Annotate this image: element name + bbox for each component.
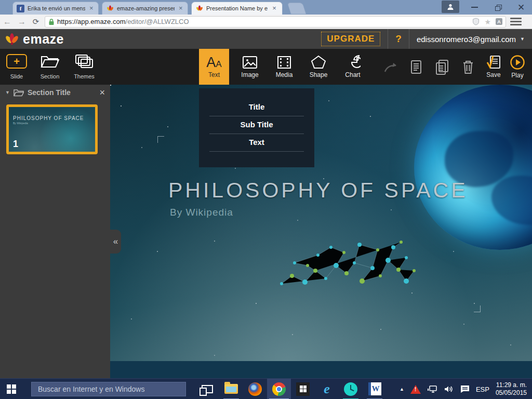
chart-tool-button[interactable]: Chart: [338, 49, 368, 85]
clock-app-button[interactable]: [339, 379, 363, 399]
text-tool-button[interactable]: AA Text: [199, 49, 229, 85]
media-tool-button[interactable]: Media: [269, 49, 299, 85]
browser-profile-icon[interactable]: [442, 1, 459, 13]
network-tray-icon[interactable]: [427, 385, 437, 393]
file-explorer-button[interactable]: [219, 379, 243, 399]
emaze-header: emaze UPGRADE ? edissonromero3@gmail.com…: [0, 29, 532, 49]
word-button[interactable]: W: [363, 379, 387, 399]
translate-icon[interactable]: A: [496, 18, 502, 25]
file-explorer-icon: [224, 384, 238, 394]
pie-chart-icon: [345, 55, 361, 69]
upgrade-button[interactable]: UPGRADE: [321, 32, 380, 46]
selection-corner-top-left: [157, 136, 164, 143]
warning-tray-icon[interactable]: !: [410, 385, 421, 394]
window-close-button[interactable]: ✕: [511, 0, 531, 15]
section-close-icon[interactable]: ×: [99, 87, 105, 98]
image-tool-label: Image: [241, 71, 258, 78]
emaze-favicon: [195, 5, 203, 12]
thumbnail-title: PHILOSOPHY OF SPACE: [13, 115, 95, 121]
add-slide-label: Slide: [10, 73, 23, 79]
action-center-icon[interactable]: [460, 385, 470, 393]
add-slide-button[interactable]: + Slide: [2, 52, 31, 79]
help-button[interactable]: ?: [395, 33, 402, 45]
emaze-logo[interactable]: emaze: [4, 32, 64, 47]
language-indicator[interactable]: ESP: [476, 385, 489, 393]
browser-tab-emaze-home[interactable]: emaze-amazing presentat ×: [102, 2, 188, 15]
themes-label: Themes: [74, 73, 95, 79]
account-menu[interactable]: edissonromero3@gmail.com ▼: [417, 35, 525, 44]
slide-number: 1: [13, 139, 18, 150]
themes-button[interactable]: Themes: [70, 52, 99, 79]
menu-item-title[interactable]: Title: [209, 99, 304, 116]
shape-tool-label: Shape: [310, 71, 328, 78]
taskbar-search[interactable]: [31, 382, 186, 396]
section-collapse-caret-icon[interactable]: ▼: [5, 90, 10, 95]
shape-tool-button[interactable]: Shape: [303, 49, 334, 85]
back-button[interactable]: ←: [0, 17, 15, 26]
browser-tab-facebook[interactable]: f Erika te envió un mensaje ×: [12, 2, 99, 15]
account-email: edissonromero3@gmail.com: [417, 35, 516, 44]
slide-title-text[interactable]: PHILOSOPHY OF SPACE: [168, 178, 468, 203]
search-input[interactable]: [32, 385, 185, 393]
forward-button[interactable]: →: [15, 17, 29, 26]
start-button[interactable]: [0, 379, 23, 399]
chart-tool-label: Chart: [345, 71, 360, 78]
play-label: Play: [511, 72, 523, 79]
bookmark-star-icon[interactable]: ★: [484, 18, 491, 26]
save-button[interactable]: Save: [481, 55, 506, 78]
sidebar-collapse-handle[interactable]: «: [110, 230, 121, 254]
new-tab-button[interactable]: [287, 3, 306, 14]
firefox-button[interactable]: [243, 379, 267, 399]
internet-explorer-button[interactable]: e: [315, 379, 339, 399]
windows-taskbar: e W ▲ ! ESP 11:29 a. m. 05/05/2015: [0, 378, 532, 399]
play-button[interactable]: Play: [506, 55, 529, 79]
slide-subtitle-text[interactable]: By Wikipedia: [170, 207, 233, 218]
tab-close-icon[interactable]: ×: [178, 5, 184, 12]
firefox-icon: [248, 382, 262, 396]
window-minimize-button[interactable]: [465, 0, 484, 15]
task-view-button[interactable]: [195, 379, 219, 399]
url-path: /editor/@ALLWZLCO: [126, 18, 189, 25]
browser-menu-icon[interactable]: [510, 18, 522, 25]
redo-button[interactable]: [380, 61, 403, 73]
reload-button[interactable]: ⟳: [29, 17, 43, 26]
url-origin: https://app.emaze.com: [57, 18, 126, 25]
text-aa-icon: AA: [206, 56, 221, 69]
delete-button[interactable]: [455, 59, 481, 75]
browser-tab-editor-active[interactable]: Presentation Name by edi ×: [191, 2, 283, 15]
image-icon: [242, 56, 258, 69]
tab-close-icon[interactable]: ×: [271, 5, 278, 12]
emaze-flower-icon: [4, 32, 20, 46]
menu-item-text[interactable]: Text: [209, 134, 304, 152]
slide-canvas[interactable]: PHILOSOPHY OF SPACE By Wikipedia «: [110, 85, 532, 378]
text-dropdown-menu: Title Sub Title Text: [199, 88, 314, 167]
tray-expand-icon[interactable]: ▲: [400, 387, 404, 392]
media-tool-label: Media: [276, 71, 293, 78]
browser-tab-strip: f Erika te envió un mensaje × emaze-amaz…: [0, 0, 532, 15]
windows-store-icon: [296, 382, 310, 396]
save-check-icon: [486, 55, 501, 70]
tab-close-icon[interactable]: ×: [88, 5, 95, 12]
section-label: Section: [41, 73, 60, 79]
section-title-label: Section Title: [28, 88, 96, 97]
volume-tray-icon[interactable]: [444, 385, 454, 393]
image-tool-button[interactable]: Image: [235, 49, 265, 85]
slide-thumbnail-1[interactable]: PHILOSOPHY OF SPACE By Wikipedia 1: [6, 104, 98, 154]
section-button[interactable]: Section: [35, 52, 64, 79]
chrome-button[interactable]: [267, 379, 291, 399]
save-label: Save: [486, 71, 500, 78]
emaze-wordmark: emaze: [23, 32, 64, 47]
play-icon: [510, 55, 525, 70]
menu-item-subtitle[interactable]: Sub Title: [209, 116, 304, 134]
copy-button[interactable]: [403, 59, 429, 75]
window-restore-button[interactable]: [488, 0, 507, 15]
address-bar[interactable]: https://app.emaze.com/editor/@ALLWZLCO ★…: [45, 16, 506, 28]
chrome-icon: [272, 382, 286, 396]
section-folder-icon: [14, 89, 24, 97]
paste-button[interactable]: [429, 59, 455, 75]
clock-date[interactable]: 11:29 a. m. 05/05/2015: [496, 381, 527, 397]
tray-date: 05/05/2015: [496, 389, 527, 397]
windows-store-button[interactable]: [291, 379, 315, 399]
content-blocked-shield-icon[interactable]: [472, 18, 480, 25]
chevron-down-icon: ▼: [520, 36, 525, 42]
